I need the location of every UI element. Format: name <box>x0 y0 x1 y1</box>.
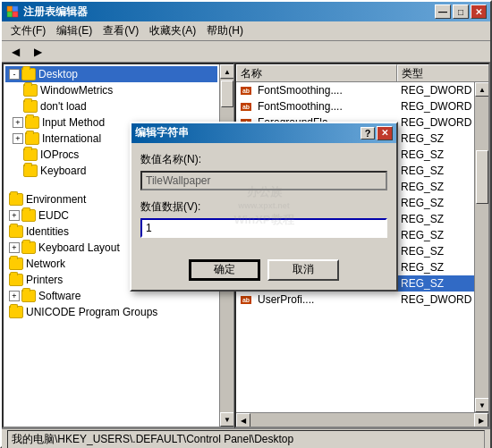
list-type-foregroundfla: REG_DWORD <box>397 116 474 129</box>
value-data-input[interactable] <box>140 218 387 238</box>
dialog-content: 数值名称(N): 数值数据(V): <box>131 143 396 256</box>
list-scroll-down[interactable]: ▼ <box>475 398 488 412</box>
tree-folder-environment <box>9 193 23 206</box>
menu-favorites[interactable]: 收藏夹(A) <box>144 21 201 40</box>
app-icon <box>5 4 20 19</box>
tree-folder-unicodeprogramgroups <box>9 306 23 318</box>
dialog-help-button[interactable]: ? <box>361 127 375 139</box>
tree-label-environment: Environment <box>26 193 86 206</box>
list-scroll-track[interactable] <box>475 97 488 398</box>
list-header-name[interactable]: 名称 <box>236 64 397 81</box>
tree-toggle-desktop[interactable]: - <box>9 69 20 80</box>
list-icon-dword4: ab <box>238 293 254 306</box>
toolbar: ◀ ▶ <box>2 41 490 63</box>
tree-toggle-software[interactable]: + <box>9 291 20 301</box>
list-item-fontsmoothing2[interactable]: ab FontSmoothing.... REG_DWORD <box>236 98 474 114</box>
list-type-hungapptimeout: REG_SZ <box>397 165 474 177</box>
list-name-fontsmoothing1: FontSmoothing.... <box>254 84 397 97</box>
main-window: 注册表编辑器 — □ ✕ 文件(F) 编辑(E) 查看(V) 收藏夹(A) 帮助… <box>0 0 492 448</box>
list-type-gridgranularity: REG_SZ <box>397 148 474 161</box>
list-vscrollbar[interactable]: ▲ ▼ <box>474 82 488 412</box>
tree-label-inputmethod: Input Method <box>42 116 105 129</box>
maximize-button[interactable]: □ <box>453 4 469 19</box>
tree-folder-network <box>9 258 23 270</box>
menu-bar: 文件(F) 编辑(E) 查看(V) 收藏夹(A) 帮助(H) <box>2 21 490 41</box>
tree-toggle-eudc[interactable]: + <box>9 210 20 221</box>
dialog-cancel-button[interactable]: 取消 <box>267 259 339 281</box>
list-hscroll-right[interactable]: ▶ <box>474 413 488 427</box>
tree-item-dontload[interactable]: don't load <box>5 98 217 114</box>
menu-edit[interactable]: 编辑(E) <box>51 21 98 40</box>
list-hscrollbar[interactable]: ◀ ▶ <box>236 412 488 427</box>
list-header: 名称 类型 <box>236 64 488 82</box>
dialog-ok-button[interactable]: 确定 <box>189 259 260 281</box>
list-type-userprofile: REG_DWORD <box>397 293 474 306</box>
tree-folder-identities <box>9 225 23 238</box>
close-button[interactable]: ✕ <box>471 4 487 19</box>
list-scroll-up[interactable]: ▲ <box>475 82 488 97</box>
menu-file[interactable]: 文件(F) <box>5 21 51 40</box>
tree-label-network: Network <box>26 258 65 270</box>
list-type-powerofftimeout: REG_SZ <box>397 181 474 193</box>
list-type-smoothscroll: REG_SZ <box>397 261 474 274</box>
value-name-label: 数值名称(N): <box>140 152 387 167</box>
tree-label-keyboard: Keyboard <box>40 165 86 177</box>
title-bar-text: 注册表编辑器 <box>23 4 435 20</box>
dialog-title-bar: 编辑字符串 ? ✕ <box>131 123 396 143</box>
tree-scroll-down[interactable]: ▼ <box>220 412 234 427</box>
tree-toggle-keyboardlayout[interactable]: + <box>9 242 20 253</box>
tree-scroll-up[interactable]: ▲ <box>220 64 234 79</box>
tree-label-keyboardlayout: Keyboard Layout <box>38 241 120 254</box>
status-bar: 我的电脑\HKEY_USERS\.DEFAULT\Control Panel\D… <box>2 428 490 448</box>
tree-toggle-international[interactable]: + <box>13 133 23 144</box>
menu-help[interactable]: 帮助(H) <box>201 21 249 40</box>
list-type-screensaveris: REG_SZ <box>397 213 474 225</box>
status-path: 我的电脑\HKEY_USERS\.DEFAULT\Control Panel\D… <box>7 430 485 448</box>
dialog-close-button[interactable]: ✕ <box>377 126 393 140</box>
value-name-input[interactable] <box>140 171 387 190</box>
toolbar-forward[interactable]: ▶ <box>28 43 48 61</box>
svg-rect-1 <box>13 6 18 12</box>
tree-item-unicodeprogramgroups[interactable]: UNICODE Program Groups <box>5 304 217 320</box>
tree-toggle-inputmethod[interactable]: + <box>13 117 23 128</box>
list-type-foregroundloc: REG_SZ <box>397 132 474 145</box>
tree-label-eudc: EUDC <box>38 209 69 222</box>
title-bar-buttons: — □ ✕ <box>435 4 487 19</box>
list-scroll-thumb[interactable] <box>476 150 488 204</box>
list-item-fontsmoothing1[interactable]: ab FontSmoothing.... REG_DWORD <box>236 82 474 98</box>
dialog-title-text: 编辑字符串 <box>135 125 361 140</box>
svg-rect-3 <box>13 12 18 17</box>
tree-folder-keyboard <box>23 165 38 177</box>
svg-rect-2 <box>7 12 13 17</box>
tree-item-windowmetrics[interactable]: WindowMetrics <box>5 82 217 98</box>
svg-rect-0 <box>7 6 13 12</box>
tree-folder-eudc <box>21 209 36 222</box>
list-item-userprofile[interactable]: ab UserProfi.... REG_DWORD <box>236 292 474 308</box>
menu-view[interactable]: 查看(V) <box>98 21 144 40</box>
list-header-type[interactable]: 类型 <box>397 64 488 81</box>
title-bar: 注册表编辑器 — □ ✕ <box>2 2 490 21</box>
tree-label-international: International <box>42 132 101 145</box>
toolbar-back[interactable]: ◀ <box>5 43 26 61</box>
list-type-screensaveactive: REG_SZ <box>397 197 474 209</box>
list-icon-dword: ab <box>238 84 254 97</box>
tree-label-printers: Printers <box>26 274 63 286</box>
list-type-fontsmoothing1: REG_DWORD <box>397 84 474 97</box>
tree-scroll-thumb[interactable] <box>221 80 233 107</box>
tree-folder-windowmetrics <box>23 84 38 97</box>
tree-label-ioprcs: IOProcs <box>40 148 79 161</box>
tree-folder-software <box>21 290 36 302</box>
list-name-userprofile: UserProfi.... <box>254 293 397 306</box>
tree-label-windowmetrics: WindowMetrics <box>40 84 113 97</box>
tree-label-software: Software <box>38 290 81 302</box>
tree-label-dontload: don't load <box>40 100 87 113</box>
list-type-fontsmoothing2: REG_DWORD <box>397 100 474 113</box>
value-data-label: 数值数据(V): <box>140 199 387 215</box>
minimize-button[interactable]: — <box>435 4 451 19</box>
list-type-tilewallpaper: REG_SZ <box>397 277 474 290</box>
tree-item-desktop[interactable]: - Desktop <box>5 66 217 82</box>
list-hscroll-track[interactable] <box>250 413 474 427</box>
tree-folder-keyboardlayout <box>21 241 36 254</box>
list-hscroll-left[interactable]: ◀ <box>236 413 250 427</box>
tree-folder-ioprcs <box>23 148 38 161</box>
